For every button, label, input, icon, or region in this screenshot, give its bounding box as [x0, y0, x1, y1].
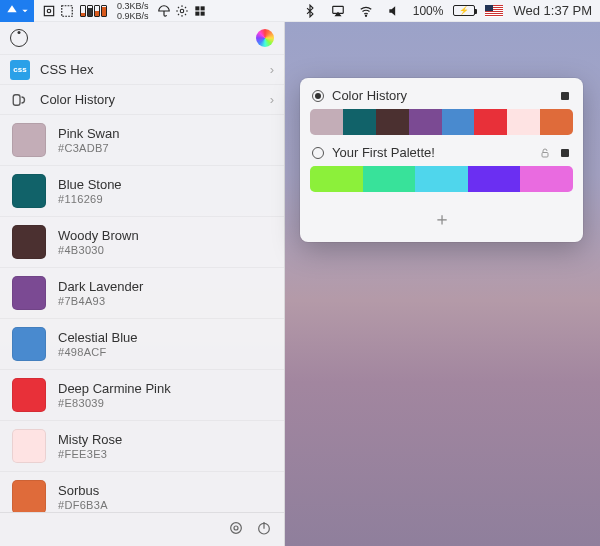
- color-row[interactable]: Celestial Blue#498ACF: [0, 318, 284, 369]
- color-hex-label: #116269: [58, 193, 122, 205]
- color-name-label: Sorbus: [58, 483, 108, 498]
- color-row[interactable]: Blue Stone#116269: [0, 165, 284, 216]
- net-down-label: 0.9KB/s: [117, 11, 149, 21]
- menubar-utility-icon[interactable]: [40, 4, 58, 18]
- palette-first-section[interactable]: Your First Palette!: [310, 145, 573, 192]
- palette-history-section[interactable]: Color History: [310, 88, 573, 135]
- svg-point-1: [47, 9, 51, 13]
- color-info: Pink Swan#C3ADB7: [58, 126, 119, 154]
- palette-color-cell[interactable]: [363, 166, 416, 192]
- chevron-right-icon: ›: [270, 92, 274, 107]
- volume-icon[interactable]: [385, 4, 403, 18]
- palette-title-label: Color History: [332, 88, 551, 103]
- section-css-hex[interactable]: css CSS Hex ›: [0, 54, 284, 84]
- macos-menubar: 0.3KB/s 0.9KB/s 100% ⚡ Wed 1:37 PM: [0, 0, 600, 22]
- color-hex-label: #FEE3E3: [58, 448, 122, 460]
- palette-view-icon[interactable]: [559, 147, 571, 159]
- color-row[interactable]: Woody Brown#4B3030: [0, 216, 284, 267]
- svg-rect-4: [195, 6, 199, 10]
- color-hex-label: #DF6B3A: [58, 499, 108, 511]
- color-row[interactable]: Deep Carmine Pink#E83039: [0, 369, 284, 420]
- bluetooth-icon[interactable]: [301, 4, 319, 18]
- menubar-network-stats[interactable]: 0.3KB/s 0.9KB/s: [117, 1, 149, 21]
- palette-color-cell[interactable]: [376, 109, 409, 135]
- palette-popover: Color History Your First Palette! ＋: [300, 78, 583, 242]
- palette-color-cell[interactable]: [343, 109, 376, 135]
- svg-point-3: [180, 9, 184, 13]
- lock-icon[interactable]: [539, 147, 551, 159]
- section-color-history[interactable]: Color History ›: [0, 84, 284, 114]
- menubar-clock[interactable]: Wed 1:37 PM: [513, 3, 592, 18]
- palette-view-icon[interactable]: [559, 90, 571, 102]
- svg-rect-5: [200, 6, 204, 10]
- palette-history-strip[interactable]: [310, 109, 573, 135]
- svg-rect-10: [13, 94, 20, 105]
- color-row[interactable]: Misty Rose#FEE3E3: [0, 420, 284, 471]
- section-label: Color History: [40, 92, 115, 107]
- settings-icon[interactable]: [228, 520, 244, 539]
- palette-color-cell[interactable]: [409, 109, 442, 135]
- color-swatch: [12, 327, 46, 361]
- color-info: Woody Brown#4B3030: [58, 228, 139, 256]
- net-up-label: 0.3KB/s: [117, 1, 149, 11]
- color-info: Blue Stone#116269: [58, 177, 122, 205]
- palette-color-cell[interactable]: [310, 166, 363, 192]
- color-hex-label: #7B4A93: [58, 295, 143, 307]
- color-swatch: [12, 174, 46, 208]
- color-swatch: [12, 276, 46, 310]
- menubar-crop-icon[interactable]: [58, 4, 76, 18]
- palette-color-cell[interactable]: [310, 109, 343, 135]
- radio-unselected-icon[interactable]: [312, 147, 324, 159]
- svg-rect-14: [561, 92, 569, 100]
- palette-color-cell[interactable]: [442, 109, 475, 135]
- color-row[interactable]: Pink Swan#C3ADB7: [0, 114, 284, 165]
- color-row[interactable]: Dark Lavender#7B4A93: [0, 267, 284, 318]
- palette-color-cell[interactable]: [507, 109, 540, 135]
- palette-color-cell[interactable]: [474, 109, 507, 135]
- css-badge-icon: css: [10, 60, 30, 80]
- color-name-label: Dark Lavender: [58, 279, 143, 294]
- flag-us-icon[interactable]: [485, 5, 503, 17]
- palette-color-cell[interactable]: [468, 166, 521, 192]
- color-hex-label: #C3ADB7: [58, 142, 119, 154]
- history-icon: [10, 90, 30, 110]
- color-name-label: Woody Brown: [58, 228, 139, 243]
- picker-circle-icon[interactable]: [10, 29, 28, 47]
- menubar-app-icon[interactable]: [191, 4, 209, 18]
- svg-rect-2: [62, 5, 73, 16]
- color-swatch: [12, 480, 46, 512]
- svg-point-12: [234, 526, 238, 530]
- svg-rect-6: [195, 11, 199, 15]
- color-wheel-icon[interactable]: [256, 29, 274, 47]
- color-info: Sorbus#DF6B3A: [58, 483, 108, 511]
- sip-main-panel: css CSS Hex › Color History › Pink Swan#…: [0, 22, 285, 546]
- palette-color-cell[interactable]: [520, 166, 573, 192]
- color-row[interactable]: Sorbus#DF6B3A: [0, 471, 284, 512]
- battery-icon[interactable]: ⚡: [453, 5, 475, 16]
- sip-menubar-icon[interactable]: [0, 0, 34, 22]
- color-info: Deep Carmine Pink#E83039: [58, 381, 171, 409]
- color-name-label: Misty Rose: [58, 432, 122, 447]
- color-hex-label: #498ACF: [58, 346, 138, 358]
- svg-rect-16: [561, 149, 569, 157]
- palette-color-cell[interactable]: [415, 166, 468, 192]
- menubar-gear-icon[interactable]: [173, 4, 191, 18]
- color-info: Celestial Blue#498ACF: [58, 330, 138, 358]
- radio-selected-icon[interactable]: [312, 90, 324, 102]
- wifi-icon[interactable]: [357, 4, 375, 18]
- menubar-battery-cells-icon[interactable]: [80, 5, 107, 17]
- color-info: Misty Rose#FEE3E3: [58, 432, 122, 460]
- color-swatch: [12, 378, 46, 412]
- airplay-icon[interactable]: [329, 4, 347, 18]
- menubar-umbrella-icon[interactable]: [155, 4, 173, 18]
- color-hex-label: #4B3030: [58, 244, 139, 256]
- color-swatch: [12, 429, 46, 463]
- power-icon[interactable]: [256, 520, 272, 539]
- color-swatch: [12, 225, 46, 259]
- svg-point-9: [365, 15, 366, 16]
- palette-color-cell[interactable]: [540, 109, 573, 135]
- add-palette-button[interactable]: ＋: [310, 202, 573, 236]
- panel-footer: [0, 512, 284, 546]
- chevron-right-icon: ›: [270, 62, 274, 77]
- palette-first-strip[interactable]: [310, 166, 573, 192]
